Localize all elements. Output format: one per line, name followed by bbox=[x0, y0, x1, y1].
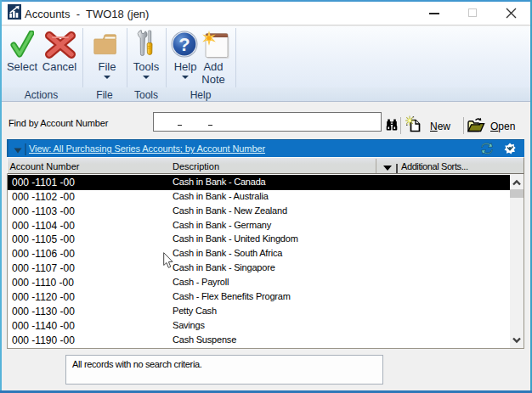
svg-text:?: ? bbox=[178, 34, 190, 55]
